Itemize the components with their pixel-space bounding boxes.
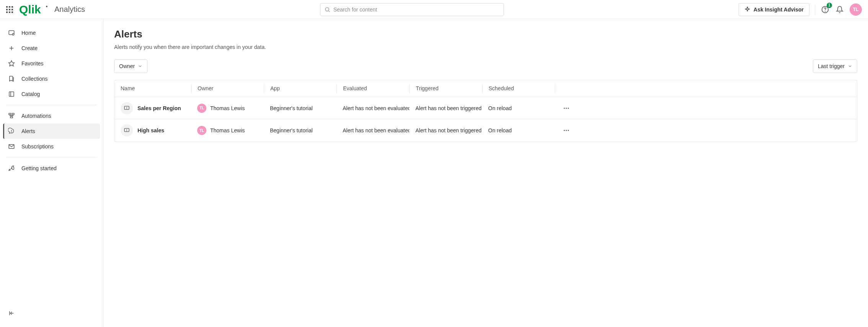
sidebar-label: Alerts <box>21 128 35 134</box>
topbar-right: Ask Insight Advisor 1 TL <box>739 3 862 16</box>
search-box[interactable] <box>320 3 504 16</box>
owner-avatar: TL <box>197 126 206 135</box>
sidebar-label: Home <box>21 30 36 36</box>
cell-name: High sales <box>114 124 191 137</box>
search-input[interactable] <box>333 7 500 13</box>
sidebar-item-create[interactable]: Create <box>3 41 100 56</box>
notifications-button[interactable] <box>835 5 844 14</box>
ask-insight-label: Ask Insight Advisor <box>754 7 804 13</box>
main: Alerts Alerts notify you when there are … <box>103 19 868 327</box>
sidebar-separator <box>6 105 97 105</box>
svg-point-25 <box>566 107 567 109</box>
sidebar-label: Collections <box>21 76 47 82</box>
star-icon <box>8 60 15 67</box>
app-launcher-icon[interactable] <box>6 6 13 13</box>
page-description: Alerts notify you when there are importa… <box>114 44 857 50</box>
table-row[interactable]: Sales per RegionTLThomas LewisBeginner's… <box>114 97 857 119</box>
alert-icon <box>121 124 133 137</box>
col-owner[interactable]: Owner <box>191 84 264 94</box>
table-row[interactable]: High salesTLThomas LewisBeginner's tutor… <box>114 119 857 142</box>
cell-name: Sales per Region <box>114 102 191 114</box>
col-actions <box>555 84 578 94</box>
col-scheduled[interactable]: Scheduled <box>482 84 555 94</box>
owner-filter[interactable]: Owner <box>114 59 147 73</box>
sidebar-item-subscriptions[interactable]: Subscriptions <box>3 139 100 154</box>
alert-name: High sales <box>137 127 164 133</box>
bookmark-icon <box>8 75 15 82</box>
sidebar-item-home[interactable]: Home <box>3 25 100 41</box>
ask-insight-button[interactable]: Ask Insight Advisor <box>739 3 809 16</box>
sidebar-item-catalog[interactable]: Catalog <box>3 86 100 102</box>
svg-rect-11 <box>9 92 14 96</box>
page-title: Alerts <box>114 28 857 40</box>
col-evaluated[interactable]: Evaluated <box>337 84 409 94</box>
svg-line-3 <box>329 11 330 12</box>
owner-avatar: TL <box>197 104 206 113</box>
sidebar-label: Automations <box>21 113 51 119</box>
row-more-button[interactable] <box>555 105 578 112</box>
svg-point-23 <box>127 109 127 109</box>
svg-rect-14 <box>12 113 14 115</box>
search-wrap <box>91 3 732 16</box>
divider <box>815 4 815 15</box>
sidebar-collapse[interactable] <box>3 306 100 321</box>
sort-label: Last trigger <box>818 63 845 69</box>
sidebar-item-collections[interactable]: Collections <box>3 71 100 86</box>
sidebar-label: Favorites <box>21 60 44 67</box>
automation-icon <box>8 112 15 119</box>
svg-point-24 <box>564 107 565 109</box>
cell-triggered: Alert has not been triggered <box>409 105 482 111</box>
mail-icon <box>8 143 15 150</box>
product-name: Analytics <box>54 5 85 14</box>
row-more-button[interactable] <box>555 127 578 134</box>
svg-marker-10 <box>9 61 15 66</box>
svg-point-26 <box>568 107 569 109</box>
svg-text:Qlik: Qlik <box>19 3 41 16</box>
plus-icon <box>8 45 15 52</box>
alerts-table: Name Owner App Evaluated Triggered Sched… <box>114 80 857 142</box>
col-app[interactable]: App <box>264 84 337 94</box>
sidebar-item-favorites[interactable]: Favorites <box>3 56 100 71</box>
svg-point-29 <box>127 131 127 131</box>
cell-evaluated: Alert has not been evaluated <box>337 127 409 133</box>
sidebar-item-automations[interactable]: Automations <box>3 108 100 124</box>
bell-icon <box>836 6 843 13</box>
home-icon <box>8 29 15 36</box>
cell-owner: TLThomas Lewis <box>191 126 264 135</box>
qlik-logo-icon: Qlik <box>19 3 50 16</box>
svg-point-5 <box>825 11 825 11</box>
sidebar-item-alerts[interactable]: Alerts <box>3 124 100 139</box>
chevron-down-icon <box>138 64 142 68</box>
svg-point-30 <box>564 130 565 131</box>
owner-name: Thomas Lewis <box>210 105 245 111</box>
svg-point-32 <box>568 130 569 131</box>
table-header: Name Owner App Evaluated Triggered Sched… <box>114 80 857 97</box>
collapse-icon <box>8 310 15 317</box>
owner-filter-label: Owner <box>119 63 135 69</box>
alert-icon <box>8 128 15 135</box>
sidebar-item-getting-started[interactable]: Getting started <box>3 161 100 176</box>
alert-name: Sales per Region <box>137 105 181 111</box>
sparkle-icon <box>744 7 750 13</box>
cell-app: Beginner's tutorial <box>264 105 337 111</box>
sidebar-label: Getting started <box>21 165 57 171</box>
logo[interactable]: Qlik Analytics <box>19 3 85 16</box>
sort-dropdown[interactable]: Last trigger <box>813 59 857 73</box>
svg-rect-13 <box>9 113 11 115</box>
rocket-icon <box>8 165 15 172</box>
catalog-icon <box>8 91 15 98</box>
cell-owner: TLThomas Lewis <box>191 104 264 113</box>
svg-point-17 <box>11 132 12 132</box>
alert-icon <box>121 102 133 114</box>
user-avatar[interactable]: TL <box>850 3 862 16</box>
help-badge: 1 <box>827 3 832 8</box>
help-button[interactable]: 1 <box>821 5 830 14</box>
sidebar: Home Create Favorites Collections Catalo… <box>0 19 103 327</box>
col-triggered[interactable]: Triggered <box>409 84 482 94</box>
owner-name: Thomas Lewis <box>210 127 245 133</box>
col-name[interactable]: Name <box>114 84 191 94</box>
cell-scheduled: On reload <box>482 105 555 111</box>
cell-scheduled: On reload <box>482 127 555 133</box>
sidebar-label: Create <box>21 45 38 51</box>
cell-evaluated: Alert has not been evaluated <box>337 105 409 111</box>
